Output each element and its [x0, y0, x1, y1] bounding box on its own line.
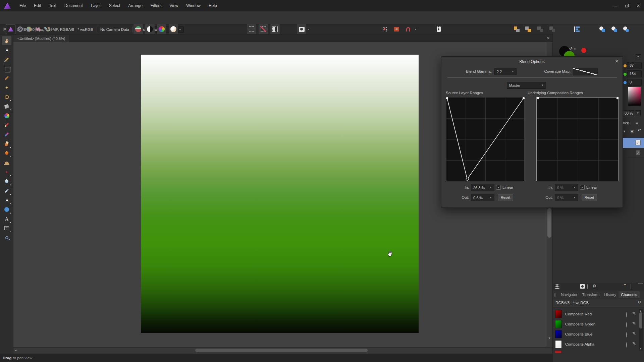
mask-dropdown-arrow[interactable]: ▾ — [308, 28, 309, 31]
vertical-scrollbar-thumb[interactable] — [547, 208, 551, 238]
selected-layer-row[interactable] — [623, 138, 644, 148]
layer-visibility-checkbox[interactable]: ✓ — [635, 140, 641, 145]
zoom-tool[interactable] — [2, 233, 11, 242]
snapping-button[interactable] — [404, 24, 413, 34]
panel-drag-handle[interactable]: || — [554, 293, 556, 297]
tab-history[interactable]: History — [602, 291, 619, 298]
burn-brush-tool[interactable] — [2, 149, 11, 158]
edit-channel-icon[interactable]: ✎ — [632, 341, 636, 346]
view-tool[interactable] — [2, 36, 11, 45]
develop-persona-button[interactable] — [24, 24, 34, 34]
assistant-button[interactable] — [434, 24, 443, 34]
menu-file[interactable]: File — [15, 0, 30, 11]
erase-brush-tool[interactable] — [2, 139, 11, 148]
clone-stamp-tool[interactable] — [2, 158, 11, 167]
menu-help[interactable]: Help — [205, 0, 221, 11]
healing-brush-tool[interactable]: + — [2, 168, 11, 176]
eye-icon[interactable] — [626, 343, 627, 347]
mesh-warp-tool[interactable] — [2, 224, 11, 233]
move-forward-button[interactable] — [512, 24, 521, 34]
channel-row-blue[interactable]: Composite Blue — [553, 329, 638, 339]
export-persona-button[interactable] — [42, 24, 52, 34]
menu-text[interactable]: Text — [45, 0, 60, 11]
tab-transform[interactable]: Transform — [580, 291, 602, 298]
scroll-left-arrow[interactable]: ◄ — [14, 349, 17, 352]
alignment-button[interactable] — [572, 24, 582, 34]
layer-settings-icon[interactable]: ✱ — [630, 129, 634, 134]
channels-scrollbar-thumb[interactable] — [639, 312, 642, 328]
channel-row-green[interactable]: Composite Green — [553, 319, 638, 329]
new-mask-button[interactable] — [297, 24, 306, 34]
insert-inside-button[interactable] — [610, 24, 619, 34]
source-linear-checkbox[interactable]: ✓ — [496, 185, 501, 190]
move-by-whole-pixels-button[interactable]: ➜ — [392, 24, 401, 34]
minimize-button[interactable]: — — [610, 0, 621, 11]
menu-window[interactable]: Window — [182, 0, 205, 11]
source-ranges-graph[interactable] — [446, 97, 524, 181]
restore-button[interactable] — [621, 0, 633, 11]
menu-edit[interactable]: Edit — [30, 0, 45, 11]
source-out-dropdown[interactable]: 0.6 % ▼ — [471, 194, 494, 201]
freehand-selection-tool[interactable] — [2, 93, 11, 101]
layer-visibility-checkbox[interactable]: ✓ — [636, 150, 640, 155]
adjustment-layer-icon[interactable] — [587, 284, 588, 289]
document-tab[interactable]: <Untitled> [Modified] (40.5%) — [13, 35, 69, 42]
crop-tool[interactable] — [2, 64, 11, 73]
scroll-down-arrow[interactable]: ▼ — [639, 347, 642, 350]
tone-mapping-persona-button[interactable]: |M| — [33, 24, 42, 34]
underlying-linear-checkbox[interactable]: ✓ — [580, 185, 585, 190]
dialog-close-icon[interactable]: ✕ — [615, 59, 619, 64]
eye-icon[interactable] — [626, 312, 627, 317]
shape-tool[interactable] — [2, 205, 11, 214]
menu-arrange[interactable]: Arrange — [124, 0, 147, 11]
flood-fill-tool[interactable] — [2, 102, 11, 111]
edit-channel-icon[interactable]: ✎ — [632, 331, 636, 336]
menu-layer[interactable]: Layer — [87, 0, 105, 11]
colour-replacement-brush-tool[interactable] — [2, 130, 11, 139]
underlying-in-dropdown[interactable]: 0 % ▼ — [555, 184, 578, 191]
mask-layer-icon[interactable] — [580, 284, 585, 289]
channel-row-red[interactable]: Composite Red — [553, 309, 638, 319]
underlying-out-dropdown[interactable]: 0 % ▼ — [555, 194, 578, 201]
deselect-button[interactable] — [259, 24, 268, 34]
auto-colour-button[interactable] — [157, 24, 166, 34]
blend-gamma-dropdown[interactable]: 2.2 ▼ — [494, 68, 517, 75]
photo-persona-button[interactable] — [6, 24, 15, 34]
liquify-persona-button[interactable] — [15, 24, 25, 34]
selection-brush-tool[interactable] — [2, 74, 11, 82]
recent-colour-swatch[interactable] — [581, 48, 586, 53]
new-layer-icon[interactable] — [631, 284, 631, 289]
tab-channels[interactable]: Channels — [619, 291, 640, 298]
red-value-field[interactable]: 67 — [627, 62, 642, 69]
insert-on-top-button[interactable] — [622, 24, 631, 34]
auto-contrast-button[interactable] — [145, 24, 155, 34]
eye-icon[interactable] — [626, 322, 627, 327]
tab-navigator[interactable]: Navigator — [558, 291, 580, 298]
gradient-tool[interactable] — [2, 111, 11, 120]
grid-button[interactable] — [380, 24, 389, 34]
channel-dropdown[interactable]: Master ▼ — [507, 82, 546, 89]
opacity-dropdown-arrow[interactable]: ▼ — [635, 110, 641, 116]
opacity-field-partial[interactable]: 00 % — [623, 110, 634, 116]
layers-panel-menu-icon[interactable]: ≡. — [636, 120, 639, 125]
close-button[interactable]: ✕ — [633, 0, 644, 11]
paint-brush-tool[interactable] — [2, 121, 11, 129]
tab-close-icon[interactable]: ✕ — [547, 36, 550, 41]
green-value-field[interactable]: 154 — [627, 70, 642, 77]
blur-brush-tool[interactable] — [2, 177, 11, 186]
horizontal-scrollbar-thumb[interactable] — [195, 349, 368, 352]
colour-picker-square[interactable] — [628, 87, 641, 106]
move-tool[interactable]: ➤ — [2, 46, 11, 54]
colour-mode-dropdown[interactable]: ▼ — [635, 54, 641, 59]
flood-select-tool[interactable]: ✦ — [2, 83, 11, 92]
channel-row-alpha[interactable]: Composite Alpha — [553, 339, 638, 349]
edit-channel-icon[interactable]: ✎ — [632, 321, 636, 326]
document-canvas[interactable] — [141, 55, 419, 333]
source-reset-button[interactable]: Reset — [498, 194, 513, 201]
auto-white-balance-button[interactable] — [169, 24, 178, 34]
smudge-brush-tool[interactable] — [2, 186, 11, 195]
auto-levels-button[interactable] — [133, 24, 143, 34]
colour-picker-tool[interactable] — [2, 55, 11, 64]
new-selection-button[interactable] — [247, 24, 256, 34]
layer-effects-icon[interactable]: fx — [593, 284, 596, 288]
